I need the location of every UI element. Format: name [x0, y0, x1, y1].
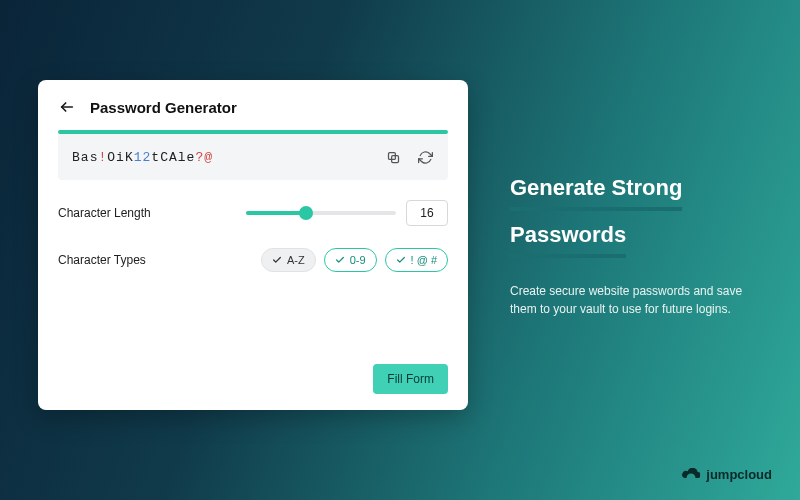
- promo-description: Create secure website passwords and save…: [510, 282, 770, 318]
- length-input[interactable]: [406, 200, 448, 226]
- chip-alpha[interactable]: A-Z: [261, 248, 316, 272]
- card-footer: Fill Form: [58, 364, 448, 394]
- fill-form-button[interactable]: Fill Form: [373, 364, 448, 394]
- password-generator-card: Password Generator Bas!OiK12tCAle?@ Char…: [38, 80, 468, 410]
- promo-copy: Generate Strong Passwords Create secure …: [510, 170, 770, 318]
- refresh-icon[interactable]: [416, 148, 434, 166]
- card-header: Password Generator: [58, 98, 448, 116]
- promo-heading-line1: Generate Strong: [510, 175, 682, 200]
- brand-mark: jumpcloud: [682, 467, 772, 482]
- jumpcloud-logo-icon: [682, 468, 700, 482]
- copy-icon[interactable]: [384, 148, 402, 166]
- generated-password-box: Bas!OiK12tCAle?@: [58, 134, 448, 180]
- chip-digits[interactable]: 0-9: [324, 248, 377, 272]
- brand-name: jumpcloud: [706, 467, 772, 482]
- check-icon: [272, 255, 282, 265]
- chip-symbols[interactable]: ! @ #: [385, 248, 448, 272]
- length-slider[interactable]: [246, 211, 396, 215]
- character-length-row: Character Length: [58, 200, 448, 226]
- length-slider-wrap: [246, 200, 448, 226]
- back-arrow-icon[interactable]: [58, 98, 76, 116]
- check-icon: [396, 255, 406, 265]
- character-types-label: Character Types: [58, 253, 146, 267]
- check-icon: [335, 255, 345, 265]
- promo-heading-line2: Passwords: [510, 222, 626, 247]
- character-type-chips: A-Z 0-9 ! @ #: [261, 248, 448, 272]
- password-actions: [384, 148, 434, 166]
- chip-alpha-label: A-Z: [287, 254, 305, 266]
- card-title: Password Generator: [90, 99, 237, 116]
- character-length-label: Character Length: [58, 206, 151, 220]
- chip-symbols-label: ! @ #: [411, 254, 437, 266]
- character-types-row: Character Types A-Z 0-9 ! @ #: [58, 248, 448, 272]
- chip-digits-label: 0-9: [350, 254, 366, 266]
- generated-password-text: Bas!OiK12tCAle?@: [72, 150, 384, 165]
- slider-thumb-icon[interactable]: [299, 206, 313, 220]
